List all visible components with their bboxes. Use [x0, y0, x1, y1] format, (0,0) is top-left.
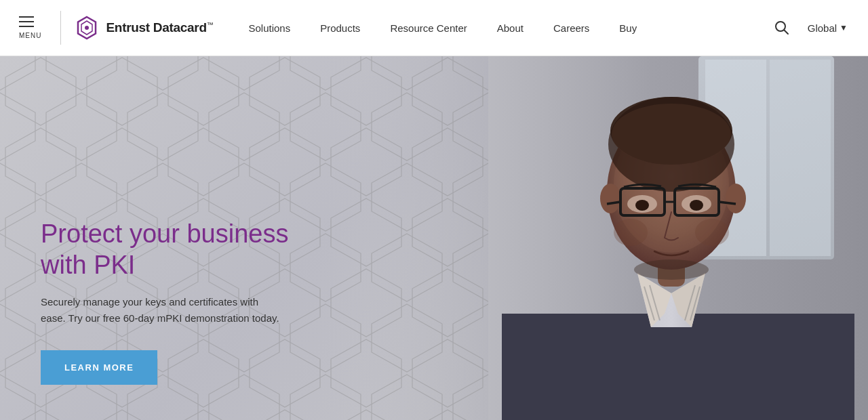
menu-button[interactable]: MENU [14, 11, 47, 45]
nav-careers[interactable]: Careers [538, 0, 604, 56]
nav-about[interactable]: About [482, 0, 538, 56]
svg-rect-14 [502, 314, 854, 420]
nav-buy[interactable]: Buy [604, 0, 652, 56]
brand-name: Entrust Datacard™ [106, 20, 213, 35]
svg-point-38 [690, 200, 703, 211]
navbar: MENU Entrust Datacard™ Solutions Product… [0, 0, 868, 56]
hero-title: Protect your businesswith PKI [41, 219, 288, 280]
menu-label: MENU [19, 32, 41, 39]
nav-actions: Global ▼ [770, 16, 854, 40]
svg-point-28 [600, 184, 620, 213]
nav-resource-center[interactable]: Resource Center [375, 0, 481, 56]
global-label: Global [808, 22, 837, 34]
nav-products[interactable]: Products [305, 0, 375, 56]
hero-content: Protect your businesswith PKI Securely m… [41, 219, 288, 385]
search-icon [774, 20, 789, 35]
svg-point-39 [614, 219, 648, 246]
svg-rect-12 [770, 60, 831, 256]
svg-point-41 [634, 259, 709, 280]
svg-point-29 [726, 184, 746, 213]
chevron-down-icon: ▼ [840, 23, 848, 33]
logo-icon [75, 16, 99, 40]
svg-point-27 [612, 104, 731, 165]
hero-section: Protect your businesswith PKI Securely m… [0, 56, 868, 420]
nav-links: Solutions Products Resource Center About… [233, 0, 769, 56]
search-button[interactable] [770, 16, 794, 40]
svg-point-40 [695, 219, 729, 246]
svg-point-2 [85, 26, 89, 30]
svg-line-4 [784, 30, 788, 35]
hero-subtitle: Securely manage your keys and certificat… [41, 294, 285, 327]
nav-divider [60, 11, 61, 45]
nav-solutions[interactable]: Solutions [233, 0, 305, 56]
svg-point-37 [635, 200, 649, 211]
learn-more-button[interactable]: LEARN MORE [41, 350, 157, 385]
logo-link[interactable]: Entrust Datacard™ [75, 16, 213, 40]
global-selector[interactable]: Global ▼ [801, 22, 854, 34]
